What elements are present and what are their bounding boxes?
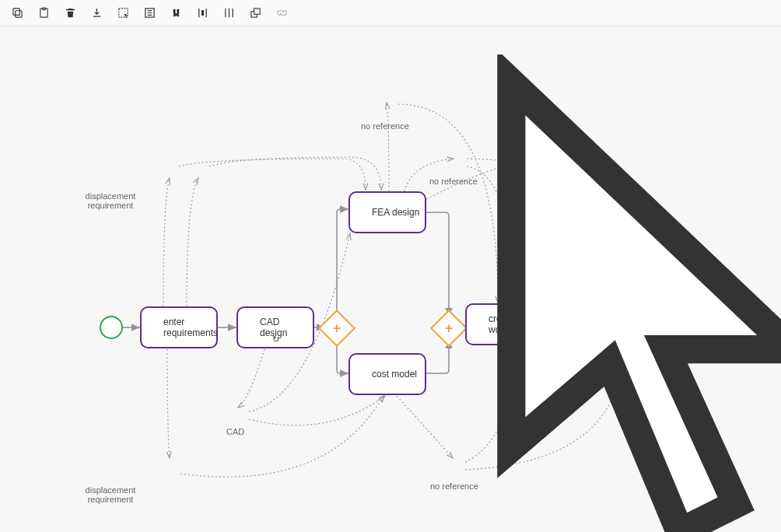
data-object-label: displacement requirement (79, 485, 142, 504)
flow-fea-gw2 (426, 212, 449, 317)
svg-rect-4 (118, 9, 127, 17)
magnet-icon[interactable] (165, 2, 187, 24)
bring-front-icon[interactable] (244, 2, 266, 24)
start-event[interactable] (100, 316, 123, 339)
task-fea-design[interactable]: FEA design (348, 191, 426, 233)
data-object-label: no reference (534, 177, 582, 186)
distribute-v-icon[interactable] (218, 2, 240, 24)
download-icon[interactable] (86, 2, 107, 24)
data-object-label: CAD (226, 427, 244, 436)
task-enter-requirements[interactable]: enter requirements (140, 306, 218, 348)
assoc-noref-right-run (560, 182, 622, 303)
task-create-mdo[interactable]: create MDO workflow (465, 303, 559, 345)
assoc-doc-fea1 (179, 159, 366, 190)
gateway-join[interactable]: + (436, 315, 462, 341)
assoc-caddoc-cost (249, 396, 385, 425)
data-object-label: no reference (361, 121, 409, 131)
end-event[interactable] (706, 316, 730, 339)
assoc-cost-noref-bot (397, 396, 453, 458)
loop-marker-icon: ↻ (272, 334, 279, 345)
assoc-doc-fea2 (209, 157, 381, 190)
task-label: FEA design (372, 207, 419, 218)
assoc-cad-caddoc (238, 349, 264, 408)
assoc-fea-noref-top (387, 103, 389, 191)
task-run-mdo[interactable]: run MDO workflow (577, 303, 671, 345)
paste-icon[interactable] (33, 2, 54, 24)
copy-icon[interactable] (6, 2, 28, 24)
assoc-noref-bot-run (465, 347, 622, 470)
assoc-disp-bot-cost (180, 396, 383, 477)
data-object-label: no reference (430, 481, 478, 491)
svg-rect-0 (15, 11, 21, 17)
select-icon[interactable] (112, 2, 134, 24)
assoc-fea-noref-mid (405, 159, 454, 191)
delete-icon[interactable] (59, 2, 81, 24)
data-object-label: displacement requirement (79, 191, 142, 210)
gateway-split[interactable]: + (324, 315, 350, 341)
connections-layer (0, 26, 781, 532)
assoc-enter-doc1 (163, 178, 170, 306)
assoc-noref-bot-create (465, 347, 513, 462)
svg-rect-6 (173, 15, 175, 16)
align-icon[interactable] (138, 2, 160, 24)
flow-cost-gw2 (426, 340, 449, 373)
assoc-enter-doc2 (187, 178, 198, 306)
task-label: create MDO workflow (489, 313, 552, 335)
data-object-label: no reference (429, 177, 478, 186)
diagram-canvas[interactable]: + + enter requirements CAD design ↻ FEA … (0, 26, 781, 532)
task-cad-design[interactable]: CAD design ↻ (236, 306, 314, 348)
svg-rect-1 (12, 9, 19, 15)
task-label: cost model (372, 369, 417, 380)
task-label: run MDO workflow (601, 313, 664, 335)
flow-gw1-fea (337, 209, 348, 317)
task-label: CAD design (260, 317, 308, 338)
svg-rect-9 (254, 9, 260, 15)
assoc-enter-disp-bot (167, 349, 170, 458)
toolbar (0, 0, 781, 26)
distribute-h-icon[interactable] (191, 2, 213, 24)
link-icon[interactable] (271, 2, 292, 24)
task-label: enter requirements (163, 317, 218, 338)
svg-rect-7 (177, 15, 179, 16)
task-cost-model[interactable]: cost model (348, 353, 426, 395)
assoc-noref-mid-create (467, 166, 513, 303)
